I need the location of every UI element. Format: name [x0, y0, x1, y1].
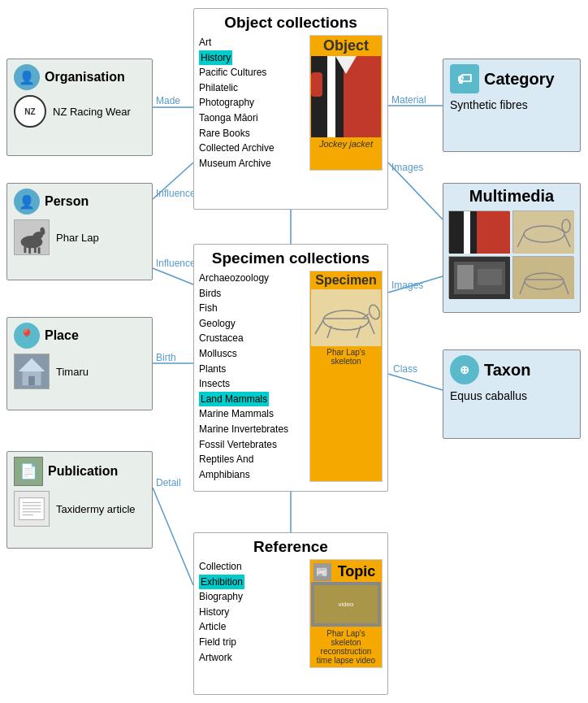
images1-label: Images	[391, 162, 423, 173]
publication-box: 📄 Publication Taxidermy article	[6, 451, 153, 549]
multimedia-image-jacket	[448, 210, 509, 253]
object-collections-list: Art History Pacific Cultures Philatelic …	[199, 35, 306, 171]
category-title: Category	[484, 70, 555, 89]
person-content: Phar Lap	[7, 216, 152, 258]
object-collections-box: Object collections Art History Pacific C…	[193, 8, 388, 210]
list-item: Field trip	[199, 635, 306, 650]
organisation-box: 👤 Organisation NZ NZ Racing Wear	[6, 59, 153, 156]
list-item: Fossil Vertebrates	[199, 437, 306, 453]
detail-label: Detail	[156, 477, 181, 488]
multimedia-image-gallery	[448, 256, 509, 298]
list-item: History	[199, 50, 306, 66]
person-title-row: 👤 Person	[7, 184, 152, 216]
taxon-icon: ⊕	[450, 355, 479, 384]
publication-name: Taxidermy article	[56, 503, 136, 515]
place-name: Timaru	[56, 366, 89, 378]
svg-rect-17	[34, 246, 37, 253]
object-collections-content: Art History Pacific Cultures Philatelic …	[194, 35, 387, 176]
svg-line-1	[153, 163, 193, 199]
list-item: Marine Mammals	[199, 406, 306, 422]
person-box: 👤 Person Phar Lap	[6, 183, 153, 280]
reference-box: Reference Collection Exhibition Biograph…	[193, 532, 388, 695]
specimen-collections-content: Archaeozoology Birds Fish Geology Crusta…	[194, 271, 387, 487]
category-box: 🏷 Category Synthetic fibres	[443, 59, 581, 152]
person-icon-2: 👤	[14, 189, 40, 215]
svg-rect-33	[335, 56, 344, 137]
svg-rect-36	[311, 72, 322, 97]
person-icon: 👤	[14, 64, 40, 90]
svg-line-7	[388, 276, 443, 293]
reference-title: Reference	[194, 533, 387, 559]
class-label: Class	[393, 363, 417, 375]
topic-card-image: video	[311, 582, 381, 627]
svg-rect-38	[311, 289, 381, 346]
object-card: Object	[309, 35, 383, 171]
list-item: Biography	[199, 589, 306, 605]
taxon-title-row: ⊕ Taxon	[443, 350, 580, 386]
svg-line-4	[153, 488, 193, 585]
multimedia-image-skeleton-1	[512, 210, 573, 253]
influence2-label: Influence	[156, 258, 196, 269]
category-value: Synthetic fibres	[443, 95, 580, 116]
list-item: History	[199, 605, 306, 620]
material-label: Material	[391, 94, 426, 106]
publication-icon: 📄	[14, 457, 43, 486]
list-item: Artwork	[199, 650, 306, 666]
svg-rect-15	[24, 246, 26, 253]
person-name: Phar Lap	[56, 232, 99, 244]
list-item: Archaeozoology	[199, 271, 306, 286]
list-item: Philatelic	[199, 80, 306, 96]
multimedia-images	[443, 207, 580, 302]
list-item: Molluscs	[199, 346, 306, 362]
reference-list: Collection Exhibition Biography History …	[199, 559, 306, 668]
list-item: Reptiles And Amphibians	[199, 452, 306, 482]
place-thumbnail	[14, 354, 50, 389]
publication-content: Taxidermy article	[7, 488, 152, 530]
topic-card-label: Phar Lap's skeleton reconstruction time …	[310, 627, 382, 667]
multimedia-row-2	[448, 256, 575, 298]
location-icon: 📍	[14, 323, 40, 349]
list-item: Marine Invertebrates	[199, 422, 306, 437]
list-item: Collection	[199, 559, 306, 575]
list-item: Birds	[199, 286, 306, 302]
topic-card-title: Topic	[335, 562, 379, 582]
object-card-label: Jockey jacket	[310, 137, 382, 150]
organisation-title: Organisation	[45, 70, 125, 85]
multimedia-image-skeleton-2	[512, 256, 573, 298]
reference-content: Collection Exhibition Biography History …	[194, 559, 387, 673]
made-label: Made	[156, 95, 180, 106]
list-item: Land Mammals	[199, 392, 306, 407]
list-item: Taonga Māori	[199, 111, 306, 126]
specimen-card-label: Phar Lap's skeleton	[310, 346, 382, 367]
list-item: Fish	[199, 301, 306, 316]
object-card-title: Object	[310, 36, 382, 56]
multimedia-row-1	[448, 210, 575, 253]
place-title-row: 📍 Place	[7, 318, 152, 350]
list-item: Pacific Cultures	[199, 65, 306, 80]
svg-rect-63	[513, 257, 574, 299]
list-item: Article	[199, 619, 306, 635]
specimen-collections-box: Specimen collections Archaeozoology Bird…	[193, 244, 388, 492]
svg-line-8	[388, 374, 443, 390]
taxon-title: Taxon	[484, 361, 530, 380]
nz-logo-icon: NZ	[14, 95, 46, 128]
birth-label: Birth	[156, 352, 176, 363]
svg-rect-16	[28, 247, 31, 254]
specimen-card-image	[311, 289, 381, 346]
list-item: Crustacea	[199, 331, 306, 346]
svg-rect-32	[327, 56, 335, 137]
taxon-value: Equus caballus	[443, 386, 580, 407]
svg-rect-18	[38, 247, 41, 254]
publication-title: Publication	[48, 464, 118, 479]
object-card-image	[311, 56, 381, 137]
place-box: 📍 Place Timaru	[6, 317, 153, 410]
list-item: Photography	[199, 95, 306, 111]
images2-label: Images	[391, 280, 423, 291]
specimen-collections-title: Specimen collections	[194, 245, 387, 271]
category-icon: 🏷	[450, 64, 479, 93]
svg-rect-51	[449, 211, 464, 254]
influence1-label: Influence	[156, 188, 196, 199]
taxon-box: ⊕ Taxon Equus caballus	[443, 349, 581, 439]
svg-rect-53	[470, 211, 477, 254]
svg-text:video: video	[338, 601, 354, 608]
